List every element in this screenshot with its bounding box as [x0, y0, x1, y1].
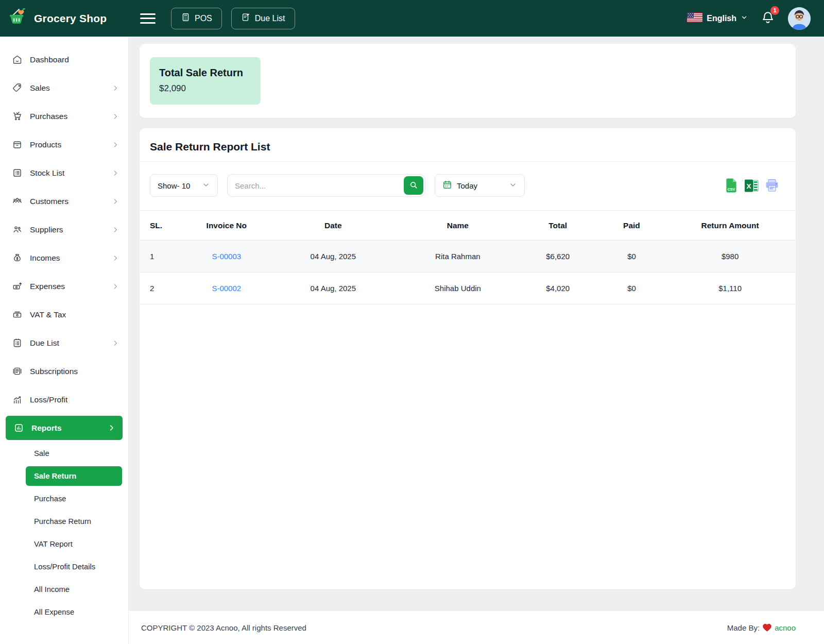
submenu-item-label: Purchase: [34, 495, 66, 503]
sidebar-item-purchases[interactable]: Purchases: [0, 102, 128, 130]
stock-list-icon: [11, 167, 23, 179]
table-row: 1 S-00003 04 Aug, 2025 Rita Rahman $6,62…: [140, 241, 796, 273]
column-header-return-amount: Return Amount: [664, 211, 796, 241]
cell-return-amount: $980: [664, 241, 796, 273]
sidebar-item-due-list[interactable]: Due List: [0, 329, 128, 357]
submenu-item-label: Sale Return: [34, 472, 76, 480]
sidebar-item-label: Due List: [30, 338, 59, 348]
grocery-basket-logo-icon: [7, 7, 29, 30]
sidebar-item-label: Purchases: [30, 112, 67, 121]
sidebar-item-incomes[interactable]: Incomes: [0, 244, 128, 272]
column-header-total: Total: [517, 211, 599, 241]
column-header-paid: Paid: [599, 211, 664, 241]
sidebar-item-customers[interactable]: Customers: [0, 187, 128, 215]
chevron-right-icon: [112, 226, 119, 233]
made-by: Made By: acnoo: [727, 623, 796, 632]
calendar-icon: [442, 180, 452, 191]
chevron-down-icon: [509, 181, 517, 191]
due-list-doc-icon: [241, 12, 251, 24]
sidebar-item-dashboard[interactable]: Dashboard: [0, 45, 128, 74]
sidebar-item-expenses[interactable]: Expenses: [0, 272, 128, 300]
submenu-item-loss-profit-details[interactable]: Loss/Profit Details: [0, 555, 128, 578]
calculator-icon: [181, 12, 191, 24]
notifications-button[interactable]: 1: [760, 10, 776, 27]
submenu-item-sale[interactable]: Sale: [0, 442, 128, 465]
incomes-moneybag-icon: [11, 252, 23, 264]
show-count-select[interactable]: Show- 10: [150, 174, 218, 197]
cell-name: Rita Rahman: [399, 241, 517, 273]
export-actions: CSV X: [725, 178, 785, 193]
reports-icon: [13, 422, 24, 434]
cell-paid: $0: [599, 273, 664, 304]
invoice-link[interactable]: S-00002: [212, 284, 241, 293]
submenu-item-label: All Income: [34, 585, 70, 594]
submenu-item-all-income[interactable]: All Income: [0, 578, 128, 601]
sidebar-item-label: Stock List: [30, 168, 64, 178]
submenu-item-label: Loss/Profit Details: [34, 563, 95, 571]
pos-button-label: POS: [195, 14, 212, 23]
sidebar-item-label: Loss/Profit: [30, 395, 67, 404]
topbar: Grocery Shop POS Due List: [0, 0, 824, 37]
pos-button[interactable]: POS: [171, 8, 222, 29]
csv-file-icon[interactable]: CSV: [725, 178, 738, 193]
due-list-button[interactable]: Due List: [231, 8, 295, 29]
customers-icon: [11, 196, 23, 207]
chevron-right-icon: [112, 170, 119, 177]
sidebar-item-stock-list[interactable]: Stock List: [0, 159, 128, 187]
search-input[interactable]: [228, 181, 425, 190]
svg-text:X: X: [746, 182, 751, 190]
sidebar-item-label: Incomes: [30, 253, 60, 263]
cell-invoice-no: S-00003: [185, 241, 267, 273]
cell-invoice-no: S-00002: [185, 273, 267, 304]
show-count-label: Show- 10: [158, 181, 190, 190]
due-list-button-label: Due List: [255, 14, 285, 23]
cell-total: $6,620: [517, 241, 599, 273]
suppliers-icon: [11, 224, 23, 235]
due-list-icon: [11, 337, 23, 349]
sidebar-item-label: Suppliers: [30, 225, 63, 234]
submenu-item-purchase-return[interactable]: Purchase Return: [0, 510, 128, 533]
invoice-link[interactable]: S-00003: [212, 252, 241, 261]
cell-sl: 1: [140, 241, 185, 273]
subscriptions-icon: [11, 366, 23, 377]
submenu-item-purchase[interactable]: Purchase: [0, 487, 128, 510]
sidebar-item-label: Customers: [30, 197, 68, 206]
chevron-right-icon: [112, 113, 119, 120]
chevron-right-icon: [112, 141, 119, 148]
heart-icon: [763, 623, 771, 632]
sidebar-item-loss-profit[interactable]: Loss/Profit: [0, 385, 128, 414]
date-filter-select[interactable]: Today: [435, 174, 525, 197]
submenu-item-vat-report[interactable]: VAT Report: [0, 533, 128, 555]
sidebar-item-sales[interactable]: Sales: [0, 74, 128, 102]
submenu-item-label: All Expense: [34, 608, 74, 616]
sidebar-item-vat-tax[interactable]: VAT & Tax: [0, 300, 128, 329]
submenu-item-all-expense[interactable]: All Expense: [0, 601, 128, 623]
sidebar-item-reports[interactable]: Reports: [6, 416, 123, 440]
loss-profit-icon: [11, 394, 23, 405]
user-avatar[interactable]: [788, 7, 811, 30]
search-button[interactable]: [404, 176, 423, 195]
footer: COPYRIGHT © 2023 Acnoo, All rights Reser…: [129, 611, 824, 644]
brand[interactable]: Grocery Shop: [0, 0, 129, 37]
chevron-right-icon: [108, 424, 115, 432]
made-by-label: Made By:: [727, 623, 760, 632]
printer-icon[interactable]: [765, 179, 779, 192]
sidebar-item-suppliers[interactable]: Suppliers: [0, 215, 128, 244]
menu-toggle-button[interactable]: [139, 12, 157, 25]
table-row: 2 S-00002 04 Aug, 2025 Shihab Uddin $4,0…: [140, 273, 796, 304]
made-by-brand-link[interactable]: acnoo: [775, 623, 796, 632]
excel-file-icon[interactable]: X: [744, 179, 759, 193]
sidebar-item-label: VAT & Tax: [30, 310, 66, 319]
brand-name: Grocery Shop: [34, 12, 107, 25]
submenu-item-sale-return[interactable]: Sale Return: [26, 466, 122, 486]
chevron-right-icon: [112, 84, 119, 92]
cell-date: 04 Aug, 2025: [267, 241, 399, 273]
chevron-right-icon: [112, 283, 119, 290]
sidebar-item-subscriptions[interactable]: Subscriptions: [0, 357, 128, 385]
products-box-icon: [11, 139, 23, 150]
sidebar-item-products[interactable]: Products: [0, 130, 128, 159]
chevron-right-icon: [112, 198, 119, 205]
sales-tag-icon: [11, 82, 23, 94]
language-label: English: [707, 14, 736, 23]
language-selector[interactable]: English: [687, 12, 748, 25]
